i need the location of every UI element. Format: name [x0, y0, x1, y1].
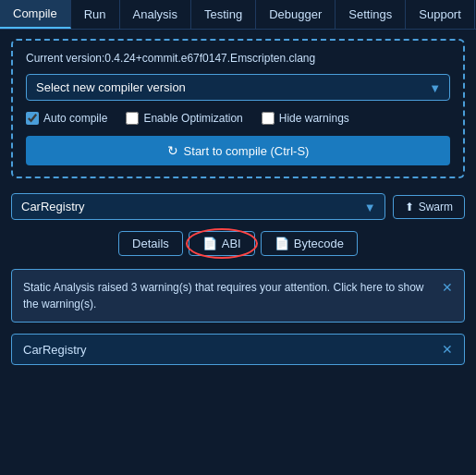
tabs-row: Details 📄 ABI 📄 Bytecode — [11, 231, 465, 256]
checkbox-row: Auto compile Enable Optimization Hide wa… — [26, 112, 450, 125]
nav-item-support[interactable]: Support — [406, 0, 475, 29]
contract-row: CarRegistry ▼ ⬆ Swarm — [11, 193, 465, 220]
main-content: Current version:0.4.24+commit.e67f0147.E… — [0, 30, 476, 374]
file-icon: 📄 — [202, 237, 217, 250]
upload-icon: ⬆ — [405, 201, 414, 213]
bytecode-tab[interactable]: 📄 Bytecode — [261, 231, 358, 256]
nav-item-analysis[interactable]: Analysis — [120, 0, 191, 29]
hide-warnings-checkbox[interactable]: Hide warnings — [262, 112, 349, 125]
registry-label: CarRegistry — [23, 343, 87, 357]
compile-button[interactable]: ↻ Start to compile (Ctrl-S) — [26, 136, 450, 165]
auto-compile-input[interactable] — [26, 112, 39, 125]
current-version-label: Current version:0.4.24+commit.e67f0147.E… — [26, 52, 450, 65]
warning-close-icon[interactable]: ✕ — [442, 280, 453, 295]
nav-bar: Compile Run Analysis Testing Debugger Se… — [0, 0, 476, 30]
registry-box: CarRegistry ✕ — [11, 334, 465, 365]
swarm-button[interactable]: ⬆ Swarm — [393, 195, 465, 219]
nav-item-settings[interactable]: Settings — [336, 0, 406, 29]
refresh-icon: ↻ — [167, 143, 178, 158]
enable-optimization-checkbox[interactable]: Enable Optimization — [126, 112, 242, 125]
compiler-section: Current version:0.4.24+commit.e67f0147.E… — [11, 39, 465, 178]
nav-item-debugger[interactable]: Debugger — [256, 0, 336, 29]
warning-box[interactable]: Static Analysis raised 3 warning(s) that… — [11, 269, 465, 323]
nav-item-run[interactable]: Run — [71, 0, 120, 29]
auto-compile-checkbox[interactable]: Auto compile — [26, 112, 107, 125]
contract-select-wrapper: CarRegistry ▼ — [11, 193, 385, 220]
warning-text: Static Analysis raised 3 warning(s) that… — [23, 279, 434, 312]
version-select[interactable]: Select new compiler version — [26, 74, 450, 101]
bytecode-icon: 📄 — [275, 237, 289, 250]
registry-close-icon[interactable]: ✕ — [442, 342, 453, 357]
nav-item-testing[interactable]: Testing — [191, 0, 256, 29]
hide-warnings-input[interactable] — [262, 112, 275, 125]
enable-optimization-input[interactable] — [126, 112, 139, 125]
version-select-wrapper: Select new compiler version ▼ — [26, 74, 450, 101]
details-tab[interactable]: Details — [118, 231, 183, 256]
nav-item-compile[interactable]: Compile — [0, 0, 71, 29]
contract-select[interactable]: CarRegistry — [11, 193, 385, 220]
abi-tab[interactable]: 📄 ABI — [189, 231, 255, 256]
